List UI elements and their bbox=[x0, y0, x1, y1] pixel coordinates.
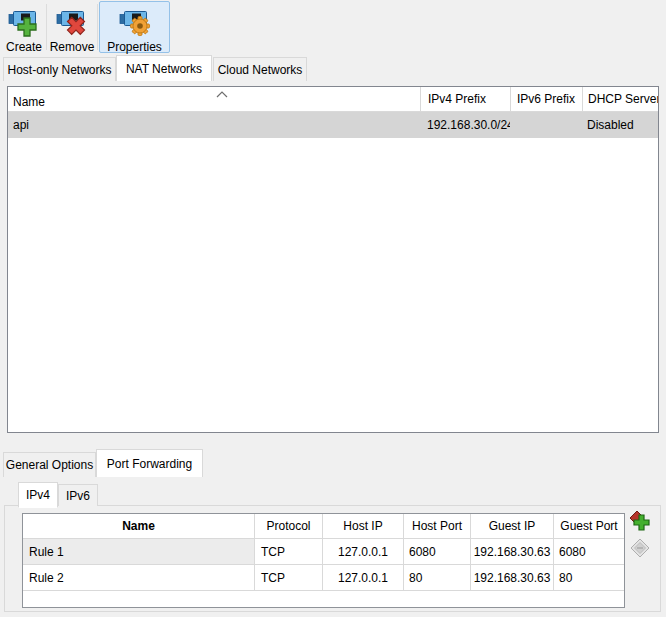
remove-button-label: Remove bbox=[50, 41, 95, 54]
properties-button-label: Properties bbox=[107, 41, 162, 54]
pf-rule2-host-ip-cell[interactable]: 127.0.0.1 bbox=[323, 565, 404, 591]
virtualbox-network-manager: { "toolbar": { "create_label": "Create",… bbox=[0, 0, 666, 617]
tab-cloud-networks[interactable]: Cloud Networks bbox=[213, 57, 307, 81]
tab-host-only-networks-label: Host-only Networks bbox=[7, 63, 111, 77]
pf-column-header-guest-ip: Guest IP bbox=[471, 514, 554, 539]
pf-rule2-host-port-cell[interactable]: 80 bbox=[404, 565, 471, 591]
remove-network-button[interactable]: Remove bbox=[48, 2, 96, 52]
network-dhcp-server-cell: Disabled bbox=[582, 112, 658, 138]
add-rule-icon bbox=[629, 510, 651, 535]
pf-rule2-guest-ip-cell[interactable]: 192.168.30.63 bbox=[471, 565, 554, 591]
column-header-ipv4-prefix[interactable]: IPv4 Prefix bbox=[420, 87, 510, 111]
create-network-button[interactable]: Create bbox=[2, 2, 46, 52]
network-name-cell: api bbox=[8, 112, 420, 138]
pf-table-header: Name Protocol Host IP Host Port Guest IP… bbox=[23, 514, 624, 539]
pf-rule-row-2[interactable]: Rule 2 TCP 127.0.0.1 80 192.168.30.63 80 bbox=[23, 565, 624, 591]
tab-host-only-networks[interactable]: Host-only Networks bbox=[3, 57, 116, 81]
tab-general-options[interactable]: General Options bbox=[3, 452, 96, 477]
nat-networks-table: Name IPv4 Prefix IPv6 Prefix DHCP Server… bbox=[7, 86, 659, 433]
port-forwarding-table: Name Protocol Host IP Host Port Guest IP… bbox=[22, 513, 625, 608]
pf-rule1-protocol-cell[interactable]: TCP bbox=[255, 539, 323, 565]
network-remove-icon bbox=[56, 5, 88, 40]
pf-rule1-name-cell[interactable]: Rule 1 bbox=[23, 539, 255, 565]
remove-rule-icon bbox=[629, 537, 651, 562]
toolbar-separator bbox=[46, 4, 47, 50]
tab-port-forwarding[interactable]: Port Forwarding bbox=[96, 449, 203, 477]
pf-column-header-host-ip: Host IP bbox=[323, 514, 404, 539]
pf-rule1-host-port-cell[interactable]: 6080 bbox=[404, 539, 471, 565]
tab-ipv4-label: IPv4 bbox=[26, 488, 50, 502]
pf-column-header-guest-port: Guest Port bbox=[554, 514, 624, 539]
network-ipv4-prefix-cell: 192.168.30.0/24 bbox=[420, 112, 510, 138]
pf-column-header-host-port: Host Port bbox=[404, 514, 471, 539]
toolbar-separator bbox=[97, 4, 98, 50]
tab-cloud-networks-label: Cloud Networks bbox=[218, 63, 303, 77]
tab-ipv6[interactable]: IPv6 bbox=[58, 484, 98, 506]
add-rule-button[interactable] bbox=[629, 511, 651, 533]
network-ipv6-prefix-cell bbox=[510, 112, 582, 138]
network-row-api[interactable]: api 192.168.30.0/24 Disabled bbox=[8, 112, 658, 138]
tab-port-forwarding-label: Port Forwarding bbox=[107, 457, 192, 471]
remove-rule-button[interactable] bbox=[629, 538, 651, 560]
column-header-dhcp-server[interactable]: DHCP Server bbox=[582, 87, 658, 111]
pf-rule1-guest-port-cell[interactable]: 6080 bbox=[554, 539, 624, 565]
properties-button[interactable]: Properties bbox=[99, 1, 170, 53]
column-header-name[interactable]: Name bbox=[8, 87, 420, 111]
tab-ipv6-label: IPv6 bbox=[66, 489, 90, 503]
pf-column-header-protocol: Protocol bbox=[255, 514, 323, 539]
sort-ascending-icon bbox=[215, 87, 229, 101]
pf-rule2-guest-port-cell[interactable]: 80 bbox=[554, 565, 624, 591]
tab-ipv4[interactable]: IPv4 bbox=[18, 482, 58, 508]
pf-rule2-protocol-cell[interactable]: TCP bbox=[255, 565, 323, 591]
network-properties-icon bbox=[119, 5, 151, 40]
pf-rule1-host-ip-cell[interactable]: 127.0.0.1 bbox=[323, 539, 404, 565]
pf-rule2-name-cell[interactable]: Rule 2 bbox=[23, 565, 255, 591]
pf-column-header-name: Name bbox=[23, 514, 255, 539]
pf-rule1-guest-ip-cell[interactable]: 192.168.30.63 bbox=[471, 539, 554, 565]
tab-nat-networks-label: NAT Networks bbox=[126, 62, 202, 76]
nat-networks-table-header: Name IPv4 Prefix IPv6 Prefix DHCP Server bbox=[8, 87, 658, 112]
pf-rule-row-1[interactable]: Rule 1 TCP 127.0.0.1 6080 192.168.30.63 … bbox=[23, 539, 624, 565]
tab-nat-networks[interactable]: NAT Networks bbox=[116, 55, 212, 81]
tab-general-options-label: General Options bbox=[6, 458, 93, 472]
create-button-label: Create bbox=[6, 41, 42, 54]
network-create-icon bbox=[8, 5, 40, 40]
column-header-ipv6-prefix[interactable]: IPv6 Prefix bbox=[510, 87, 582, 111]
